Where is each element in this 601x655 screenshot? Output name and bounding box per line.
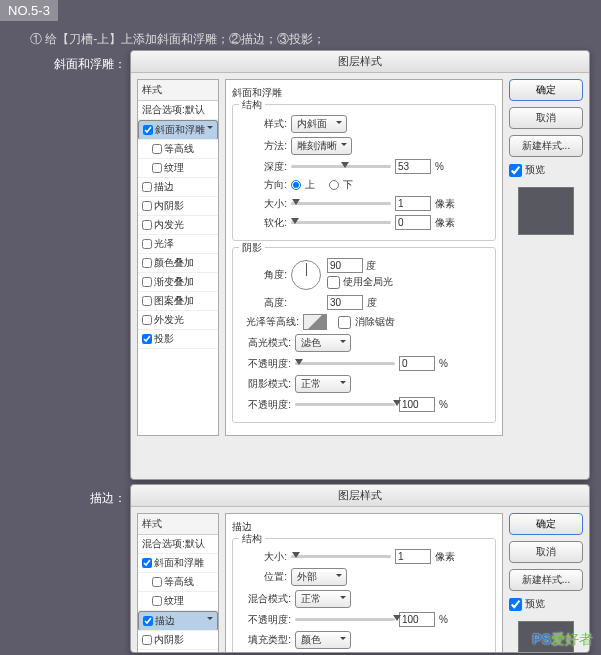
chk-patternoverlay[interactable] (142, 296, 152, 306)
row-outerglow[interactable]: 外发光 (138, 311, 218, 330)
stroke-size-label: 大小: (239, 550, 287, 564)
style-list[interactable]: 样式 混合选项:默认 斜面和浮雕 等高线 纹理 描边 内阴影 内发光 光泽 颜色… (137, 79, 219, 436)
chk-gradientoverlay[interactable] (142, 277, 152, 287)
antialias-label: 消除锯齿 (355, 315, 395, 329)
dir-up-radio[interactable] (291, 180, 301, 190)
row-innershadow-2[interactable]: 内阴影 (138, 631, 218, 650)
row-stroke-2[interactable]: 描边 (138, 611, 218, 631)
row-stroke[interactable]: 描边 (138, 178, 218, 197)
style-list-2[interactable]: 样式 混合选项:默认 斜面和浮雕 等高线 纹理 描边 内阴影 内发光 (137, 513, 219, 653)
chk-innerglow[interactable] (142, 220, 152, 230)
soften-input[interactable]: 0 (395, 215, 431, 230)
shadow-opacity-input[interactable]: 100 (399, 397, 435, 412)
row-dropshadow[interactable]: 投影 (138, 330, 218, 349)
cancel-button[interactable]: 取消 (509, 107, 583, 129)
altitude-input[interactable]: 30 (327, 295, 363, 310)
stroke-position-select[interactable]: 外部 (291, 568, 347, 586)
highlight-opacity-slider[interactable] (295, 362, 395, 365)
stroke-blend-select[interactable]: 正常 (295, 590, 351, 608)
depth-input[interactable]: 53 (395, 159, 431, 174)
pct-unit5: % (439, 614, 448, 625)
direction-label: 方向: (239, 178, 287, 192)
preview-label-2: 预览 (525, 597, 545, 611)
row-innerglow-2[interactable]: 内发光 (138, 650, 218, 653)
chk-contour-2[interactable] (152, 577, 162, 587)
chk-bevel[interactable] (143, 125, 153, 135)
row-satin[interactable]: 光泽 (138, 235, 218, 254)
row-texture-2[interactable]: 纹理 (138, 592, 218, 611)
shading-group: 阴影 角度: 90度 使用全局光 高度:30度 光泽等高线: 消除锯齿 高光模式… (232, 247, 496, 423)
row-blending-2[interactable]: 混合选项:默认 (138, 535, 218, 554)
panel-title: 斜面和浮雕 (232, 86, 496, 100)
watermark: PS爱好者 (532, 631, 593, 649)
highlight-opacity-label: 不透明度: (239, 357, 291, 371)
chk-bevel-2[interactable] (142, 558, 152, 568)
row-innerglow[interactable]: 内发光 (138, 216, 218, 235)
stroke-panel-title: 描边 (232, 520, 496, 534)
style-select[interactable]: 内斜面 (291, 115, 347, 133)
size-slider[interactable] (291, 202, 391, 205)
new-style-button-2[interactable]: 新建样式... (509, 569, 583, 591)
stroke-position-label: 位置: (239, 570, 287, 584)
soften-slider[interactable] (291, 221, 391, 224)
chk-outerglow[interactable] (142, 315, 152, 325)
stroke-opacity-slider[interactable] (295, 618, 395, 621)
row-gradientoverlay[interactable]: 渐变叠加 (138, 273, 218, 292)
chk-texture[interactable] (152, 163, 162, 173)
cancel-button-2[interactable]: 取消 (509, 541, 583, 563)
row-bevel[interactable]: 斜面和浮雕 (138, 120, 218, 140)
pct-unit4: % (439, 399, 448, 410)
technique-select[interactable]: 雕刻清晰 (291, 137, 352, 155)
angle-dial[interactable] (291, 260, 321, 290)
row-patternoverlay[interactable]: 图案叠加 (138, 292, 218, 311)
stroke-size-input[interactable]: 1 (395, 549, 431, 564)
angle-label: 角度: (239, 268, 287, 282)
ok-button-2[interactable]: 确定 (509, 513, 583, 535)
row-texture[interactable]: 纹理 (138, 159, 218, 178)
px-unit3: 像素 (435, 550, 455, 564)
deg-unit2: 度 (367, 296, 377, 310)
row-contour-2[interactable]: 等高线 (138, 573, 218, 592)
row-coloroverlay[interactable]: 颜色叠加 (138, 254, 218, 273)
antialias-chk[interactable] (338, 316, 351, 329)
chk-satin[interactable] (142, 239, 152, 249)
preview-chk-2[interactable] (509, 598, 522, 611)
stroke-filltype-select[interactable]: 颜色 (295, 631, 351, 649)
row-contour[interactable]: 等高线 (138, 140, 218, 159)
chk-stroke-2[interactable] (143, 616, 153, 626)
global-light-label: 使用全局光 (343, 275, 393, 289)
row-blending[interactable]: 混合选项:默认 (138, 101, 218, 120)
new-style-button[interactable]: 新建样式... (509, 135, 583, 157)
stroke-opacity-input[interactable]: 100 (399, 612, 435, 627)
chk-innershadow-2[interactable] (142, 635, 152, 645)
ok-button[interactable]: 确定 (509, 79, 583, 101)
gloss-contour-picker[interactable] (303, 314, 327, 330)
chk-dropshadow[interactable] (142, 334, 152, 344)
step-badge: NO.5-3 (0, 0, 58, 21)
row-bevel-2[interactable]: 斜面和浮雕 (138, 554, 218, 573)
size-input[interactable]: 1 (395, 196, 431, 211)
chk-texture-2[interactable] (152, 596, 162, 606)
dialog-right-column: 确定 取消 新建样式... 预览 (509, 79, 583, 436)
angle-input[interactable]: 90 (327, 258, 363, 273)
shadow-opacity-label: 不透明度: (239, 398, 291, 412)
highlight-opacity-input[interactable]: 0 (399, 356, 435, 371)
chk-innershadow[interactable] (142, 201, 152, 211)
chk-stroke[interactable] (142, 182, 152, 192)
chk-coloroverlay[interactable] (142, 258, 152, 268)
depth-slider[interactable] (291, 165, 391, 168)
shading-label: 阴影 (239, 241, 265, 255)
preview-chk[interactable] (509, 164, 522, 177)
chk-contour[interactable] (152, 144, 162, 154)
global-light-chk[interactable] (327, 276, 340, 289)
pct-unit: % (435, 161, 444, 172)
layer-style-dialog-bevel: 图层样式 样式 混合选项:默认 斜面和浮雕 等高线 纹理 描边 内阴影 内发光 … (130, 50, 590, 480)
stroke-size-slider[interactable] (291, 555, 391, 558)
size-label: 大小: (239, 197, 287, 211)
highlight-mode-select[interactable]: 滤色 (295, 334, 351, 352)
row-innershadow[interactable]: 内阴影 (138, 197, 218, 216)
dir-down-radio[interactable] (329, 180, 339, 190)
style-label: 样式: (239, 117, 287, 131)
shadow-mode-select[interactable]: 正常 (295, 375, 351, 393)
shadow-opacity-slider[interactable] (295, 403, 395, 406)
